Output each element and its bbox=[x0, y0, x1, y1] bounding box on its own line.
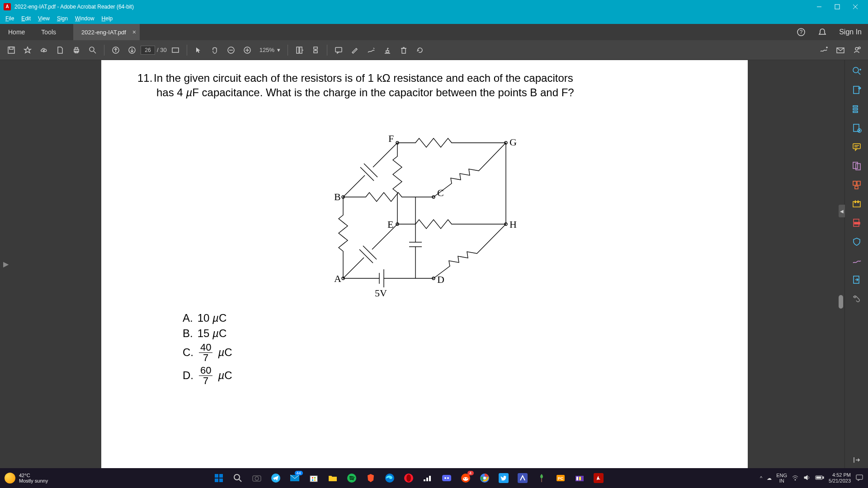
comment-tool-icon[interactable] bbox=[849, 139, 865, 155]
tab-close-icon[interactable]: × bbox=[132, 28, 136, 36]
mail-icon[interactable]: 44 bbox=[286, 470, 304, 486]
sign-icon[interactable] bbox=[816, 42, 832, 58]
menu-edit[interactable]: Edit bbox=[18, 14, 34, 23]
redact-icon[interactable] bbox=[849, 215, 865, 231]
more-tools-icon[interactable] bbox=[849, 291, 865, 307]
create-pdf-icon[interactable] bbox=[849, 120, 865, 136]
weather-widget[interactable]: 42°C Mostly sunny bbox=[5, 473, 48, 483]
zoom-out-icon[interactable] bbox=[223, 42, 239, 58]
draw-icon[interactable] bbox=[363, 42, 379, 58]
notifications-button[interactable] bbox=[812, 24, 833, 40]
star-icon[interactable] bbox=[20, 42, 35, 58]
save-icon[interactable] bbox=[4, 42, 19, 58]
telegram-icon[interactable] bbox=[267, 470, 285, 486]
edge-icon[interactable] bbox=[381, 470, 399, 486]
title-bar: A 2022-eng-IAT.pdf - Adobe Acrobat Reade… bbox=[0, 0, 868, 13]
app-icon-1[interactable] bbox=[514, 470, 532, 486]
print-icon[interactable] bbox=[69, 42, 84, 58]
share-icon[interactable] bbox=[849, 42, 864, 58]
svg-rect-107 bbox=[312, 479, 313, 481]
menu-sign[interactable]: Sign bbox=[53, 14, 71, 23]
app-icon-3[interactable]: PC bbox=[552, 470, 570, 486]
volume-icon[interactable] bbox=[803, 474, 811, 482]
maximize-button[interactable] bbox=[828, 0, 846, 13]
zoom-dropdown[interactable]: 125%▾ bbox=[256, 47, 284, 53]
store-icon[interactable] bbox=[305, 470, 323, 486]
page-input[interactable] bbox=[141, 46, 155, 55]
scrollbar[interactable] bbox=[837, 60, 844, 468]
compress-icon[interactable] bbox=[849, 196, 865, 212]
menu-view[interactable]: View bbox=[34, 14, 53, 23]
opera-icon[interactable] bbox=[400, 470, 418, 486]
app-icon-2[interactable] bbox=[533, 470, 551, 486]
signin-button[interactable]: Sign In bbox=[833, 24, 868, 40]
cloud-tray-icon[interactable]: ☁ bbox=[767, 475, 772, 481]
start-button[interactable] bbox=[210, 470, 228, 486]
explorer-icon[interactable] bbox=[324, 470, 342, 486]
organize-icon[interactable] bbox=[849, 177, 865, 193]
file-icon[interactable] bbox=[52, 42, 68, 58]
help-button[interactable]: ? bbox=[790, 24, 812, 40]
page-up-icon[interactable] bbox=[108, 42, 123, 58]
menu-file[interactable]: File bbox=[2, 14, 18, 23]
stamp-icon[interactable] bbox=[380, 42, 395, 58]
brave-icon[interactable] bbox=[362, 470, 380, 486]
document-viewport[interactable]: 11.In the given circuit each of the resi… bbox=[12, 60, 837, 468]
fit-width-icon[interactable] bbox=[292, 42, 307, 58]
reading-mode-icon[interactable] bbox=[168, 42, 183, 58]
discord-icon[interactable] bbox=[438, 470, 456, 486]
edit-pdf-icon[interactable] bbox=[849, 101, 865, 117]
notification-center-icon[interactable] bbox=[855, 474, 863, 482]
twitter-icon[interactable] bbox=[495, 470, 513, 486]
clock[interactable]: 4:52 PM 5/21/2023 bbox=[829, 472, 851, 484]
language-indicator[interactable]: ENG IN bbox=[776, 473, 787, 483]
tab-tools[interactable]: Tools bbox=[33, 24, 64, 40]
fill-sign-icon[interactable] bbox=[849, 253, 865, 269]
taskbar-search-icon[interactable] bbox=[229, 470, 247, 486]
option-c-fraction: 407 bbox=[199, 343, 212, 363]
deezer-icon[interactable] bbox=[419, 470, 437, 486]
tab-file[interactable]: 2022-eng-IAT.pdf × bbox=[73, 24, 140, 40]
chevron-down-icon: ▾ bbox=[277, 47, 280, 53]
svg-text:E: E bbox=[387, 219, 393, 230]
search-icon[interactable] bbox=[85, 42, 100, 58]
export-pdf-icon[interactable] bbox=[849, 82, 865, 98]
combine-icon[interactable] bbox=[849, 158, 865, 174]
tray-chevron-icon[interactable]: ^ bbox=[760, 475, 762, 481]
protect-icon[interactable] bbox=[849, 234, 865, 250]
menu-help[interactable]: Help bbox=[98, 14, 117, 23]
chrome-icon[interactable] bbox=[476, 470, 494, 486]
hand-icon[interactable] bbox=[207, 42, 222, 58]
svg-point-112 bbox=[406, 474, 411, 482]
envelope-icon[interactable] bbox=[833, 42, 848, 58]
camera-icon[interactable] bbox=[248, 470, 266, 486]
tab-home[interactable]: Home bbox=[0, 24, 33, 40]
menu-window[interactable]: Window bbox=[71, 14, 98, 23]
pointer-icon[interactable] bbox=[191, 42, 206, 58]
rotate-icon[interactable] bbox=[412, 42, 428, 58]
delete-icon[interactable] bbox=[396, 42, 411, 58]
svg-line-54 bbox=[359, 249, 373, 263]
left-panel-toggle[interactable]: ▶ bbox=[0, 60, 12, 468]
svg-rect-7 bbox=[9, 47, 13, 49]
search-tool-icon[interactable] bbox=[849, 63, 865, 79]
app-icon-4[interactable] bbox=[571, 470, 589, 486]
scroll-mode-icon[interactable] bbox=[308, 42, 323, 58]
minimize-button[interactable] bbox=[810, 0, 828, 13]
svg-rect-85 bbox=[853, 181, 856, 185]
zoom-in-icon[interactable] bbox=[240, 42, 255, 58]
expand-panel-icon[interactable] bbox=[849, 452, 865, 468]
close-button[interactable] bbox=[846, 0, 864, 13]
page-down-icon[interactable] bbox=[124, 42, 140, 58]
scrollbar-thumb[interactable] bbox=[839, 295, 843, 309]
wifi-icon[interactable] bbox=[792, 474, 799, 482]
highlight-icon[interactable] bbox=[347, 42, 363, 58]
convert-icon[interactable] bbox=[849, 272, 865, 288]
battery-icon[interactable] bbox=[815, 475, 824, 481]
cloud-upload-icon[interactable] bbox=[36, 42, 52, 58]
comment-icon[interactable] bbox=[331, 42, 346, 58]
panel-collapse-icon[interactable]: ◀ bbox=[839, 205, 845, 217]
acrobat-taskbar-icon[interactable] bbox=[590, 470, 608, 486]
spotify-icon[interactable] bbox=[343, 470, 361, 486]
reddit-icon[interactable]: 4 bbox=[457, 470, 475, 486]
